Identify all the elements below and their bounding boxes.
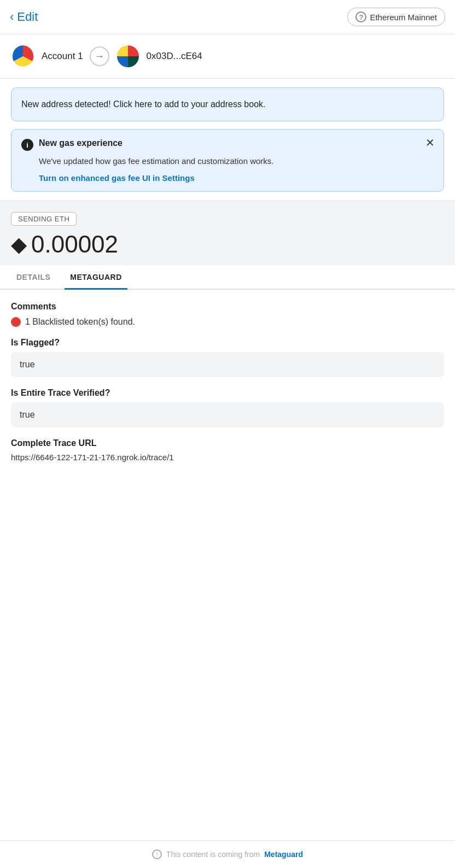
trace-url-value: https://6646-122-171-21-176.ngrok.io/tra… xyxy=(11,453,444,462)
amount-row: ◆ 0.00002 xyxy=(11,232,444,256)
from-account-name: Account 1 xyxy=(42,51,83,62)
close-button[interactable]: ✕ xyxy=(425,137,435,148)
gas-box-body: We've updated how gas fee estimation and… xyxy=(21,155,434,168)
back-label: Edit xyxy=(17,10,38,24)
header: ‹ Edit ? Ethereum Mainnet xyxy=(0,0,455,34)
gas-settings-link[interactable]: Turn on enhanced gas fee UI in Settings xyxy=(21,173,434,183)
new-address-notice[interactable]: New address detected! Click here to add … xyxy=(11,87,444,121)
gas-experience-box: i New gas experience ✕ We've updated how… xyxy=(11,129,444,192)
back-button[interactable]: ‹ Edit xyxy=(10,10,38,24)
amount-value: 0.00002 xyxy=(31,232,118,256)
network-help-icon: ? xyxy=(355,11,366,22)
footer-link[interactable]: Metaguard xyxy=(264,850,303,859)
comment-row: 1 Blacklisted token(s) found. xyxy=(11,317,444,327)
notifications-area: New address detected! Click here to add … xyxy=(0,79,455,201)
to-avatar xyxy=(116,44,140,68)
transfer-arrow: → xyxy=(90,46,109,66)
footer: ! This content is coming from Metaguard xyxy=(0,840,455,868)
network-label: Ethereum Mainnet xyxy=(370,13,437,22)
is-flagged-label: Is Flagged? xyxy=(11,338,444,348)
account-row: Account 1 → 0x03D...cE64 xyxy=(0,34,455,79)
tab-details[interactable]: DETAILS xyxy=(11,265,56,290)
gas-box-title: New gas experience xyxy=(39,138,122,148)
is-trace-verified-value: true xyxy=(11,402,444,427)
red-dot-icon xyxy=(11,317,21,327)
info-icon: i xyxy=(21,139,33,151)
gas-box-header: i New gas experience xyxy=(21,138,434,151)
is-trace-verified-label: Is Entire Trace Verified? xyxy=(11,388,444,398)
is-flagged-value: true xyxy=(11,352,444,377)
tab-metaguard[interactable]: METAGUARD xyxy=(65,265,127,290)
sending-badge: SENDING ETH xyxy=(11,212,77,226)
footer-text: This content is coming from xyxy=(166,850,260,859)
to-address: 0x03D...cE64 xyxy=(147,51,202,62)
footer-info-icon: ! xyxy=(152,849,162,859)
new-address-text: New address detected! Click here to add … xyxy=(21,99,265,109)
tabs-bar: DETAILS METAGUARD xyxy=(0,265,455,290)
comments-label: Comments xyxy=(11,302,444,312)
network-badge[interactable]: ? Ethereum Mainnet xyxy=(347,8,445,26)
amount-section: SENDING ETH ◆ 0.00002 xyxy=(0,201,455,265)
from-avatar xyxy=(11,44,35,68)
eth-diamond-icon: ◆ xyxy=(11,234,27,255)
trace-url-label: Complete Trace URL xyxy=(11,438,444,448)
comment-text: 1 Blacklisted token(s) found. xyxy=(25,317,135,327)
chevron-left-icon: ‹ xyxy=(10,10,14,24)
metaguard-content: Comments 1 Blacklisted token(s) found. I… xyxy=(0,290,455,841)
